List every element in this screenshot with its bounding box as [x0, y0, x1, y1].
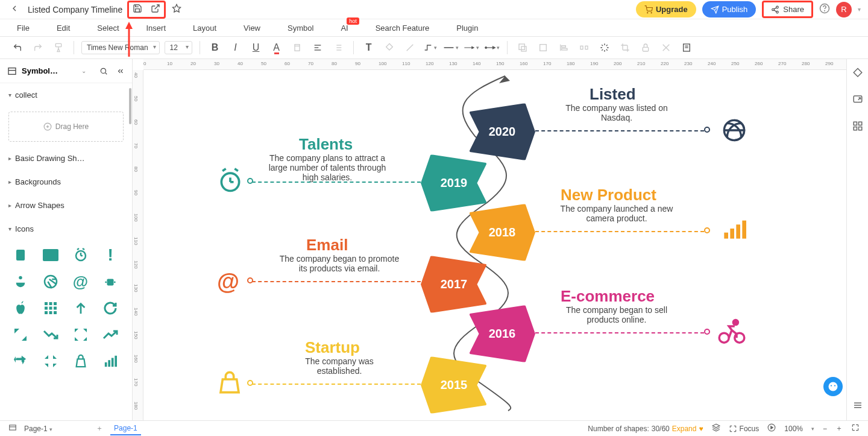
desc-startup[interactable]: The company was established.	[294, 356, 385, 376]
apps-panel-icon[interactable]	[852, 121, 863, 134]
page-tab-1[interactable]: Page-1	[110, 422, 141, 435]
anchor-icon[interactable]	[12, 273, 29, 290]
font-color-button[interactable]: A	[269, 40, 285, 55]
chat-assistant-icon[interactable]	[823, 377, 843, 396]
menu-edit[interactable]: Edit	[57, 24, 70, 33]
menu-panel-icon[interactable]	[852, 400, 863, 413]
font-family-select[interactable]: Times New Roman	[81, 41, 160, 54]
effects-button[interactable]	[597, 40, 612, 55]
avatar-chevron-icon[interactable]: ▾	[858, 6, 861, 13]
desc-new-product[interactable]: The company launched a new camera produc…	[553, 204, 680, 223]
page-setup-button[interactable]	[679, 40, 694, 55]
menu-plugin[interactable]: Plugin	[456, 24, 478, 33]
list-button[interactable]	[330, 40, 346, 55]
arrow-style-button[interactable]: ▾	[484, 40, 500, 55]
focus-button[interactable]: Focus	[729, 425, 760, 433]
node-2020[interactable]: 2020	[469, 103, 535, 160]
address-book-icon[interactable]	[12, 247, 29, 264]
bold-button[interactable]: B	[207, 40, 223, 55]
text-tool-button[interactable]: T	[361, 40, 377, 55]
at-sign-icon[interactable]: @	[72, 273, 89, 290]
desc-listed[interactable]: The company was listed on Nasdaq.	[553, 103, 680, 122]
export-icon[interactable]	[151, 4, 160, 16]
back-button[interactable]	[7, 1, 22, 18]
node-2015[interactable]: 2015	[421, 356, 487, 414]
menu-symbol[interactable]: Symbol	[288, 24, 313, 33]
favorite-icon[interactable]	[172, 4, 181, 16]
desc-email[interactable]: The company began to promote its product…	[276, 254, 403, 273]
desc-talents[interactable]: The company plans to attract a large num…	[264, 153, 391, 182]
italic-button[interactable]: I	[228, 40, 244, 55]
title-startup[interactable]: Startup	[305, 338, 360, 357]
title-email[interactable]: Email	[306, 236, 348, 254]
menu-layout[interactable]: Layout	[193, 24, 216, 33]
drag-drop-zone[interactable]: Drag Here	[8, 112, 124, 142]
undo-button[interactable]	[10, 40, 25, 55]
ungroup-button[interactable]	[535, 40, 551, 55]
user-avatar[interactable]: R	[836, 2, 852, 17]
rotate-icon[interactable]	[102, 300, 119, 317]
settings-tool-button[interactable]	[658, 40, 674, 55]
aperture-icon[interactable]	[42, 273, 59, 290]
exclamation-icon[interactable]: !	[102, 247, 119, 264]
bar-chart-icon[interactable]	[102, 353, 119, 370]
redo-arrow-icon[interactable]	[12, 353, 29, 370]
presentation-button[interactable]	[767, 423, 776, 434]
lock-button[interactable]	[638, 40, 653, 55]
zoom-out-button[interactable]: −	[823, 425, 827, 433]
section-icons[interactable]: ▾Icons	[0, 217, 132, 241]
apple-icon[interactable]	[12, 300, 29, 317]
group-button[interactable]	[515, 40, 530, 55]
menu-select[interactable]: Select	[97, 24, 119, 33]
menu-ai[interactable]: AI hot	[341, 24, 348, 33]
zoom-level[interactable]: 100%	[784, 425, 803, 433]
title-ecommerce[interactable]: E-commerce	[561, 287, 655, 306]
clock-icon[interactable]	[72, 247, 89, 264]
section-arrow-shapes[interactable]: ▸Arrow Shapes	[0, 194, 132, 217]
export-panel-icon[interactable]	[852, 94, 863, 107]
format-painter-button[interactable]	[51, 40, 66, 55]
sidebar-scrollbar[interactable]	[129, 88, 131, 124]
trend-up-icon[interactable]	[102, 326, 119, 343]
node-2016[interactable]: 2016	[469, 305, 535, 362]
underline-button[interactable]: U	[248, 40, 264, 55]
menu-view[interactable]: View	[244, 24, 260, 33]
id-card-icon[interactable]	[42, 247, 59, 264]
shopping-bag-icon[interactable]	[72, 353, 89, 370]
collapse-sidebar-icon[interactable]	[116, 67, 125, 75]
menu-file[interactable]: File	[17, 24, 30, 33]
arrow-up-icon[interactable]	[72, 300, 89, 317]
expand-link[interactable]: Expand	[672, 425, 697, 433]
layers-icon[interactable]	[712, 423, 720, 434]
canvas[interactable]: 2020 Listed The company was listed on Na…	[143, 70, 868, 420]
menu-search[interactable]: Search Feature	[376, 24, 430, 33]
section-basic-shapes[interactable]: ▸Basic Drawing Sh…	[0, 147, 132, 170]
title-new-product[interactable]: New Product	[561, 186, 656, 204]
publish-button[interactable]: Publish	[702, 1, 756, 17]
document-title[interactable]: Listed Company Timeline	[28, 5, 122, 14]
line-color-button[interactable]	[402, 40, 418, 55]
help-icon[interactable]	[819, 3, 830, 16]
desc-ecommerce[interactable]: The company began to sell products onlin…	[553, 305, 680, 324]
search-icon[interactable]	[99, 67, 108, 75]
zoom-in-button[interactable]: ＋	[835, 423, 843, 434]
fullscreen-icon[interactable]	[72, 326, 89, 343]
trend-down-icon[interactable]	[42, 326, 59, 343]
android-icon[interactable]	[102, 273, 119, 290]
section-collect[interactable]: ▾collect	[0, 83, 132, 107]
fullscreen-button[interactable]	[851, 423, 860, 434]
page-selector[interactable]: Page-1 ▾	[24, 425, 52, 433]
compress-icon[interactable]	[42, 353, 59, 370]
node-2017[interactable]: 2017	[421, 256, 487, 313]
crop-button[interactable]	[617, 40, 633, 55]
redo-button[interactable]	[30, 40, 46, 55]
fill-panel-icon[interactable]	[852, 68, 863, 81]
sidebar-dropdown-icon[interactable]: ⌄	[81, 68, 86, 74]
fill-button[interactable]	[382, 40, 397, 55]
menu-insert[interactable]: Insert	[146, 24, 166, 33]
grid-icon[interactable]	[42, 300, 59, 317]
distribute-button[interactable]	[576, 40, 592, 55]
connector-style-button[interactable]: ▾	[423, 40, 438, 55]
font-size-select[interactable]: 12	[165, 41, 192, 54]
align-left-button[interactable]	[556, 40, 571, 55]
